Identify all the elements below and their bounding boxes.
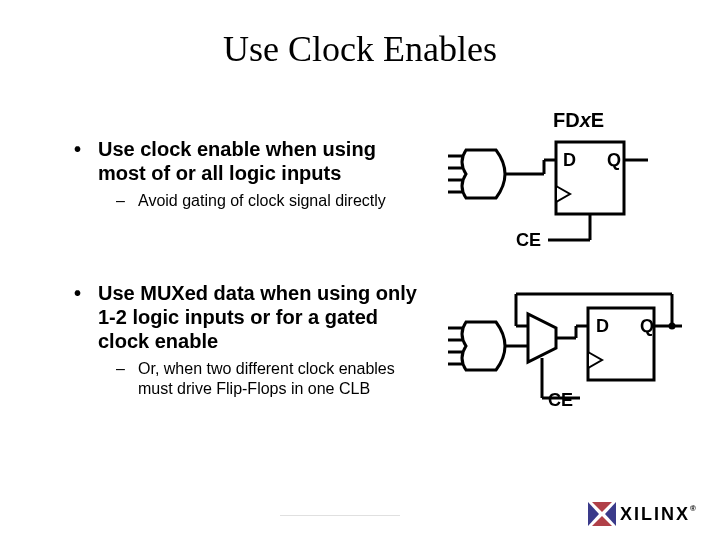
xilinx-logo: XILINX® [588,502,698,526]
registered-mark: ® [690,504,698,513]
subbullet-marker: – [116,360,125,378]
bullet-2-line2: 1-2 logic inputs or for a gated [98,306,378,329]
footer-divider [280,515,400,516]
ce-label-1: CE [516,230,541,251]
xilinx-logo-icon [588,502,616,526]
bullet-2-line1: Use MUXed data when using only [98,282,417,305]
fdxe-label: FDxE [553,109,604,132]
bullet-1-line1: Use clock enable when using [98,138,376,161]
subbullet-marker: – [116,192,125,210]
fdxe-pre: FD [553,109,580,131]
xilinx-logo-text: XILINX® [620,504,698,525]
bullet-2-sub-line1: Or, when two different clock enables [138,360,395,378]
fdxe-x: x [580,109,591,131]
ce-label-2: CE [548,390,573,411]
slide: Use Clock Enables • Use clock enable whe… [0,0,720,540]
d-label-2: D [596,316,609,337]
bullet-marker: • [74,138,81,161]
bullet-1-sub: Avoid gating of clock signal directly [138,192,386,210]
d-label-1: D [563,150,576,171]
bullet-2-line3: clock enable [98,330,218,353]
bullet-marker: • [74,282,81,305]
q-label-2: Q [640,316,654,337]
bullet-2-sub-line2: must drive Flip-Flops in one CLB [138,380,370,398]
slide-title: Use Clock Enables [0,28,720,70]
fdxe-post: E [591,109,604,131]
svg-point-25 [669,323,676,330]
q-label-1: Q [607,150,621,171]
bullet-1-line2: most of or all logic inputs [98,162,341,185]
